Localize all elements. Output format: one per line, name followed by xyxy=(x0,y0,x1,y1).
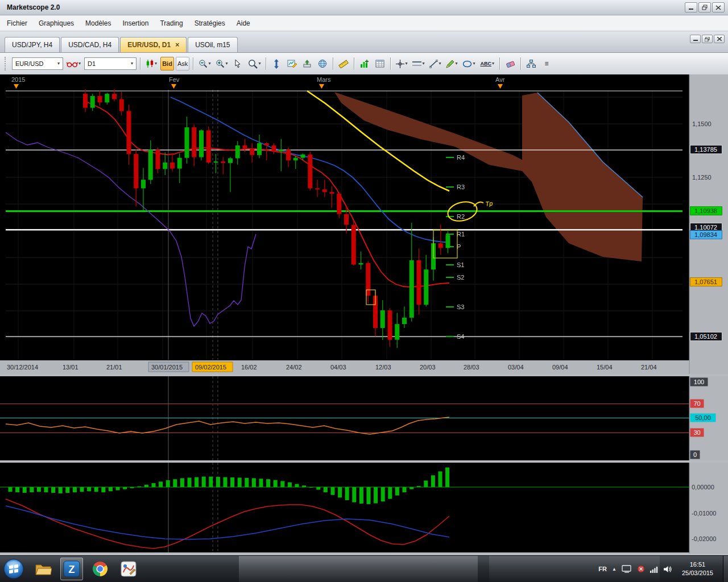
toolbar-options-button[interactable]: ≡ xyxy=(540,57,553,70)
tab-close-icon[interactable]: × xyxy=(175,41,179,49)
chart-tabbar: USD/JPY, H4USD/CAD, H4EUR/USD, D1×USOil,… xyxy=(0,31,728,53)
chevron-down-icon: ▾ xyxy=(492,61,494,66)
explorer-taskbar-button[interactable] xyxy=(32,558,55,580)
text-icon: ABC xyxy=(481,61,492,66)
menu-item-trading[interactable]: Trading xyxy=(154,16,188,30)
globe-icon xyxy=(318,59,327,68)
svg-text:30: 30 xyxy=(693,429,700,436)
pointer-button[interactable] xyxy=(231,57,245,70)
menu-item-stratgies[interactable]: Stratégies xyxy=(189,16,231,30)
minimize-button[interactable] xyxy=(685,2,697,13)
autoscale-button[interactable] xyxy=(270,57,283,70)
svg-text:S4: S4 xyxy=(457,333,464,340)
menu-item-aide[interactable]: Aide xyxy=(231,16,256,30)
tab-label: USD/JPY, H4 xyxy=(12,41,52,49)
paint-taskbar-button[interactable] xyxy=(117,558,140,580)
glasses-icon xyxy=(67,60,78,68)
svg-text:15/04: 15/04 xyxy=(597,364,613,371)
chart-type-icon xyxy=(146,59,154,68)
svg-text:24/02: 24/02 xyxy=(286,364,302,371)
bid-button[interactable]: Bid xyxy=(160,57,174,70)
svg-text:S2: S2 xyxy=(457,274,464,281)
overflow-icon: ≡ xyxy=(545,60,549,68)
chart-edit-button[interactable] xyxy=(285,57,299,70)
child-restore-button[interactable] xyxy=(702,35,713,43)
trendline-icon xyxy=(429,60,438,68)
add-indicator-button[interactable] xyxy=(358,57,371,70)
svg-text:28/03: 28/03 xyxy=(464,364,479,371)
action-center-icon[interactable] xyxy=(637,565,645,573)
language-indicator[interactable]: FR xyxy=(598,566,607,572)
chart-type-button[interactable]: ▾ xyxy=(144,57,159,70)
network-icon[interactable] xyxy=(650,566,659,573)
trendline-tool-button[interactable]: ▾ xyxy=(428,57,442,70)
tab-eur-usd-d1[interactable]: EUR/USD, D1× xyxy=(120,37,187,52)
clock[interactable]: 16:51 25/03/2015 xyxy=(682,560,713,577)
publish-chart-button[interactable] xyxy=(300,57,314,70)
close-icon xyxy=(715,5,721,10)
windows-start-icon xyxy=(2,558,25,580)
restore-icon xyxy=(702,5,708,10)
svg-text:2015: 2015 xyxy=(11,76,25,83)
menu-item-graphiques[interactable]: Graphiques xyxy=(33,16,80,30)
shape-tool-button[interactable]: ▾ xyxy=(461,57,477,70)
period-combo[interactable]: D1 ▾ xyxy=(84,57,136,70)
pointer-icon xyxy=(234,59,242,68)
measure-button[interactable] xyxy=(337,57,350,70)
menu-item-insertion[interactable]: Insertion xyxy=(117,16,154,30)
zoom-out-icon xyxy=(198,59,208,68)
menu-item-fichier[interactable]: Fichier xyxy=(1,16,33,30)
start-button[interactable] xyxy=(1,556,26,581)
close-button[interactable] xyxy=(712,2,725,13)
child-minimize-button[interactable] xyxy=(690,35,701,43)
chart-edit-icon xyxy=(287,59,297,68)
toolbar-grip[interactable] xyxy=(5,57,8,70)
svg-text:09/04: 09/04 xyxy=(552,364,568,371)
minimize-icon xyxy=(688,5,694,10)
magnify-mode-button[interactable]: ▾ xyxy=(246,57,262,70)
restore-button[interactable] xyxy=(698,2,711,13)
tab-label: EUR/USD, D1 xyxy=(127,41,171,49)
svg-text:13/01: 13/01 xyxy=(63,364,78,371)
crosshair-icon xyxy=(396,60,404,68)
svg-text:R1: R1 xyxy=(457,231,465,238)
svg-text:21/01: 21/01 xyxy=(106,364,122,371)
data-grid-icon xyxy=(375,60,384,68)
ellipse-icon xyxy=(462,60,472,68)
instrument-properties-button[interactable]: ▾ xyxy=(65,57,82,70)
data-window-button[interactable] xyxy=(373,57,387,70)
marketscope-window: Marketscope 2.0 FichierGraphiquesModèles… xyxy=(0,0,728,582)
pencil-tool-button[interactable]: ▾ xyxy=(444,57,459,70)
symbol-combo[interactable]: EUR/USD ▾ xyxy=(12,57,63,70)
price-chart-panel[interactable]: R4R3R2R1PS1S2S3S4Tp2015FevMarsAvr1,15001… xyxy=(0,74,728,374)
svg-text:R2: R2 xyxy=(457,213,465,220)
tab-usd-jpy-h4[interactable]: USD/JPY, H4 xyxy=(5,37,60,52)
horizontal-line-tool-button[interactable]: ▾ xyxy=(411,57,426,70)
crosshair-tool-button[interactable]: ▾ xyxy=(394,57,409,70)
chrome-icon xyxy=(92,561,108,577)
eraser-button[interactable] xyxy=(503,57,517,70)
chevron-down-icon: ▾ xyxy=(208,61,210,66)
rsi-panel[interactable]: 1007050,00300 xyxy=(0,376,728,460)
zoom-out-button[interactable]: ▾ xyxy=(197,57,212,70)
trading-station-taskbar-button[interactable]: Z xyxy=(60,558,83,580)
tray-expand-icon[interactable]: ▲ xyxy=(612,567,617,572)
ask-button[interactable]: Ask xyxy=(176,57,189,70)
magnifier-icon xyxy=(248,59,258,69)
template-button[interactable] xyxy=(524,57,538,70)
child-close-button[interactable] xyxy=(714,35,725,43)
display-icon[interactable] xyxy=(622,565,632,573)
menu-item-modles[interactable]: Modèles xyxy=(80,16,117,30)
tab-usoil-m15[interactable]: USOil, m15 xyxy=(188,37,237,52)
svg-text:Fev: Fev xyxy=(169,76,180,83)
web-publish-button[interactable] xyxy=(316,57,329,70)
zoom-in-button[interactable]: ▾ xyxy=(214,57,229,70)
macd-panel[interactable]: 0,00000-0,01000-0,02000 xyxy=(0,463,728,554)
text-tool-button[interactable]: ABC ▾ xyxy=(479,57,497,70)
chevron-down-icon: ▾ xyxy=(225,61,228,66)
tab-usd-cad-h4[interactable]: USD/CAD, H4 xyxy=(61,37,119,52)
chrome-taskbar-button[interactable] xyxy=(89,558,111,580)
svg-text:-0,02000: -0,02000 xyxy=(692,535,716,542)
volume-icon[interactable] xyxy=(664,566,672,573)
show-desktop-button[interactable] xyxy=(723,556,728,582)
